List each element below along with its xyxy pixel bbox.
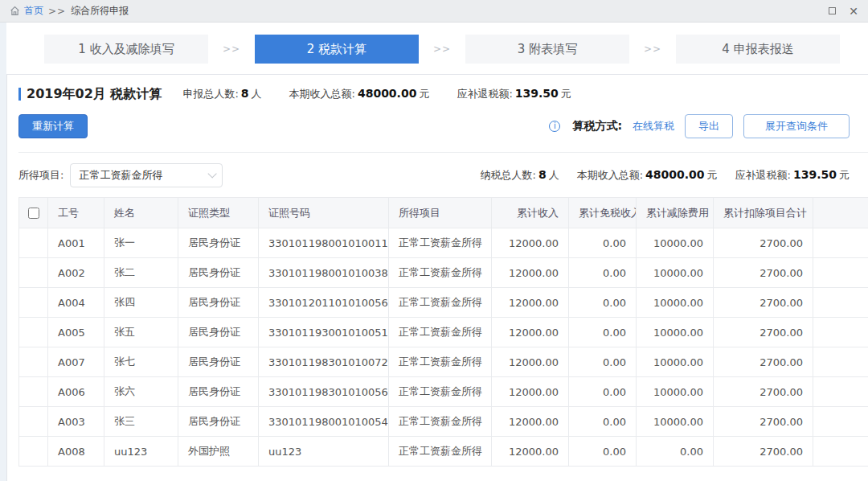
table-cell: 12000.00 <box>492 288 569 318</box>
table-row: A006张六居民身份证330101198301010056正常工资薪金所得120… <box>19 377 868 407</box>
row-select-cell <box>19 228 48 258</box>
stat-value: 48000.00 <box>358 87 417 100</box>
step-tab-submit[interactable]: 4 申报表报送 <box>676 35 840 64</box>
table-cell: 张五 <box>104 318 178 347</box>
breadcrumb-home-link[interactable]: 首页 <box>24 4 43 18</box>
column-header: 姓名 <box>104 198 178 228</box>
stat-label: 本期收入总额: <box>577 169 643 181</box>
row-select-cell <box>19 437 48 467</box>
tax-mode-value-link[interactable]: 在线算税 <box>633 119 674 134</box>
stat-unit: 元 <box>839 169 850 181</box>
table-cell: 0.00 <box>569 377 637 407</box>
stat-declared-people: 申报总人数:8人 <box>182 87 261 101</box>
table-row: A007张七居民身份证330101198301010072正常工资薪金所得120… <box>19 347 868 377</box>
stat-unit: 元 <box>707 169 718 181</box>
table-cell: 居民身份证 <box>178 377 259 407</box>
table-cell: 2700.00 <box>714 258 813 288</box>
top-bar: 首页 >> 综合所得申报 ✕ <box>0 0 868 23</box>
stat-period-income-2: 本期收入总额:48000.00元 <box>577 168 718 183</box>
tax-mode-label: 算税方式: <box>572 119 622 134</box>
table-cell: 330101198301010056 <box>259 377 389 407</box>
table-cell: 12000.00 <box>492 347 569 377</box>
table-cell: 0.00 <box>569 228 637 258</box>
close-icon[interactable]: ✕ <box>849 6 858 17</box>
table-cell: 0.00 <box>569 258 637 288</box>
table-cell: 330101193001010051 <box>259 318 389 347</box>
table-cell: 正常工资薪金所得 <box>389 318 492 347</box>
page-title: 2019年02月 税款计算 <box>27 86 162 103</box>
table-cell: 居民身份证 <box>178 318 259 347</box>
stat-tax-due-2: 应补退税额:139.50元 <box>735 168 850 183</box>
table-cell: 2700.00 <box>714 347 813 377</box>
table-cell: 外国护照 <box>178 437 259 467</box>
table-cell: 0.00 <box>569 437 637 467</box>
maximize-icon[interactable] <box>829 7 836 14</box>
column-header: 证照类型 <box>178 198 259 228</box>
stat-unit: 人 <box>252 88 262 100</box>
table-cell: 居民身份证 <box>178 288 259 318</box>
select-all-checkbox[interactable] <box>28 208 39 219</box>
table-cell: 12000.00 <box>492 318 569 347</box>
table-cell <box>813 318 868 347</box>
step-tab-schedules[interactable]: 3 附表填写 <box>465 35 629 64</box>
stat-label: 应补退税额: <box>735 169 791 181</box>
income-item-selected-value: 正常工资薪金所得 <box>79 168 162 183</box>
table-cell: 居民身份证 <box>178 228 259 258</box>
table-cell: 12000.00 <box>492 377 569 407</box>
expand-query-button[interactable]: 展开查询条件 <box>743 114 850 138</box>
stat-label: 申报总人数: <box>182 88 238 100</box>
table-cell: 正常工资薪金所得 <box>389 228 492 258</box>
table-cell: 正常工资薪金所得 <box>389 347 492 377</box>
table-cell: 12000.00 <box>492 228 569 258</box>
table-cell: 10000.00 <box>637 228 714 258</box>
table-cell: A008 <box>48 437 104 467</box>
stat-taxpayers: 纳税总人数:8人 <box>481 168 559 183</box>
table-cell: A003 <box>48 407 104 437</box>
table-cell: 10000.00 <box>637 258 714 288</box>
row-select-cell <box>19 377 48 407</box>
table-cell: 张四 <box>104 288 178 318</box>
table-cell: A002 <box>48 258 104 288</box>
column-header: 工号 <box>48 198 104 228</box>
table-cell: 正常工资薪金所得 <box>389 377 492 407</box>
breadcrumb-separator: >> <box>48 6 66 17</box>
column-header: 所得项目 <box>389 198 492 228</box>
income-item-select[interactable]: 正常工资薪金所得 <box>70 163 223 187</box>
summary-row: 2019年02月 税款计算 申报总人数:8人 本期收入总额:48000.00元 … <box>18 86 850 102</box>
table-cell: 居民身份证 <box>178 347 259 377</box>
left-edge-strip <box>0 23 6 481</box>
table-row: A005张五居民身份证330101193001010051正常工资薪金所得120… <box>19 318 868 347</box>
stat-unit: 元 <box>561 88 571 100</box>
table-row: A008uu123外国护照uu123正常工资薪金所得12000.000.000.… <box>19 437 868 467</box>
table-cell: 10000.00 <box>637 347 714 377</box>
table-cell: 正常工资薪金所得 <box>389 407 492 437</box>
table-cell: 正常工资薪金所得 <box>389 288 492 318</box>
table-cell <box>813 377 868 407</box>
table-cell: 0.00 <box>637 437 714 467</box>
table-cell: 330101198301010072 <box>259 347 389 377</box>
row-select-cell <box>19 258 48 288</box>
table-cell: 0.00 <box>569 288 637 318</box>
table-cell <box>813 288 868 318</box>
stat-label: 本期收入总额: <box>289 88 355 100</box>
step-separator: >> <box>419 43 465 55</box>
stat-period-income: 本期收入总额:48000.00元 <box>289 87 430 101</box>
step-tabs: 1 收入及减除填写 >> 2 税款计算 >> 3 附表填写 >> 4 申报表报送 <box>44 35 840 64</box>
table-cell: 2700.00 <box>714 407 813 437</box>
stat-label: 应补退税额: <box>457 88 512 100</box>
main-panel: 2019年02月 税款计算 申报总人数:8人 本期收入总额:48000.00元 … <box>6 74 868 481</box>
export-button[interactable]: 导出 <box>685 114 733 138</box>
table-cell: 张二 <box>104 258 178 288</box>
table-cell: 正常工资薪金所得 <box>389 437 492 467</box>
table-cell: 10000.00 <box>637 318 714 347</box>
step-tab-tax-calc[interactable]: 2 税款计算 <box>255 35 419 64</box>
income-item-label: 所得项目: <box>18 168 63 183</box>
recalculate-button[interactable]: 重新计算 <box>18 114 88 138</box>
chevron-down-icon <box>208 169 217 178</box>
table-cell: 330101198001010011 <box>259 228 389 258</box>
table-cell: 10000.00 <box>637 377 714 407</box>
table-cell: 2700.00 <box>714 437 813 467</box>
stat-value: 8 <box>241 87 249 100</box>
step-tab-income[interactable]: 1 收入及减除填写 <box>44 35 208 64</box>
stat-label: 纳税总人数: <box>481 169 536 181</box>
